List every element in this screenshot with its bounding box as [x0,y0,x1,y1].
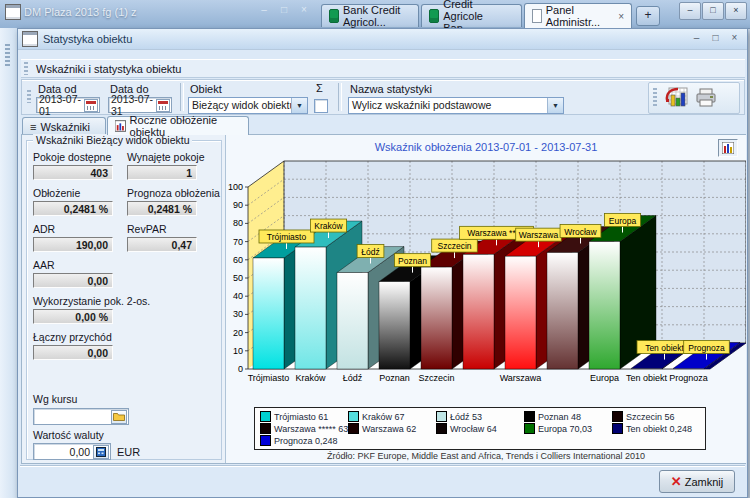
svg-text:Szczecin: Szczecin [437,241,471,251]
legend-swatch [612,423,623,434]
indicator-value: 0,47 [127,237,197,252]
legend-label: Warszawa ***** 63 [274,424,348,434]
back-window-controls: – □ × [258,4,310,15]
indicator-value: 190,00 [33,237,113,252]
dialog-title: Statystyka obiektu [43,33,132,45]
date-from-input[interactable]: 2013-07-01 [36,97,100,113]
indicator-value: 0,2481 % [127,201,197,216]
maximize-icon[interactable]: □ [709,32,722,43]
tab-wskazniki[interactable]: ≡ Wskaźniki [22,117,106,135]
minimize-icon[interactable]: – [679,2,701,20]
svg-text:60: 60 [233,255,243,265]
currency-value-input[interactable]: 0,00 [33,443,111,460]
svg-text:Ten obiekt: Ten obiekt [626,373,668,383]
close-icon[interactable]: × [725,2,747,20]
chart-button[interactable] [661,84,691,112]
svg-text:Trójmiasto: Trójmiasto [248,373,290,383]
indicator-field: Obłożenie0,2481 % [33,187,125,216]
legend-swatch [348,423,359,434]
legend-swatch [348,411,359,422]
calculator-icon [96,447,106,457]
maximize-icon[interactable]: □ [278,4,290,15]
print-button[interactable] [691,84,721,112]
occupancy-3d-bar-chart: 0102030405060708090100TrójmiastoKrakówŁó… [226,155,746,407]
calculator-button[interactable] [93,445,109,459]
minimize-icon[interactable]: – [258,4,270,15]
indicator-label: AAR [33,259,215,271]
svg-text:0: 0 [238,364,243,374]
browser-tab-3[interactable]: Panel Administr... × [524,3,632,28]
legend-swatch [260,411,271,422]
legend-label: Warszawa 62 [362,424,416,434]
legend-item: Trójmiasto 61 [260,411,348,422]
legend-swatch [524,411,535,422]
svg-text:50: 50 [233,273,243,283]
bar-chart-icon [115,120,126,132]
indicator-label: Prognoza obłożenia [127,187,215,199]
object-dropdown[interactable]: Bieżący widok obiektu ▼ [188,97,308,114]
folder-button[interactable] [111,410,127,424]
close-icon[interactable]: × [728,32,741,43]
statystyka-obiektu-dialog: Statystyka obiektu – □ × Wskaźniki i sta… [17,28,748,498]
separator [338,83,342,111]
indicator-label: RevPAR [127,223,215,235]
svg-text:Europa: Europa [609,216,637,226]
minimize-icon[interactable]: – [690,32,703,43]
calendar-icon[interactable] [156,99,170,112]
indicator-label: Wykorzystanie pok. 2-os. [33,295,215,307]
legend-item: Ten obiekt 0,248 [612,423,700,434]
tab-roczne-oblozenie[interactable]: Roczne obłożenie obiektu [107,116,249,135]
legend-item: Kraków 67 [348,411,436,422]
svg-text:80: 80 [233,218,243,228]
chart-title: Wskaźnik obłożenia 2013-07-01 - 2013-07-… [226,141,746,153]
statistic-dropdown[interactable]: Wylicz wskaźniki podstawowe ▼ [348,97,564,114]
calendar-icon[interactable] [84,99,98,112]
legend-item: Łódź 53 [436,411,524,422]
statistic-name-label: Nazwa statystyki [350,83,432,95]
date-to-input[interactable]: 2013-07-31 [108,97,172,113]
section-header-label: Wskaźniki i statystyka obiektu [36,63,182,75]
indicator-field: Wynajęte pokoje1 [127,151,215,180]
svg-text:Prognoza: Prognoza [669,373,708,383]
maximize-icon[interactable]: □ [702,2,724,20]
tab-label: Roczne obłożenie obiektu [130,114,241,138]
svg-text:100: 100 [228,182,243,192]
host-app-side-strip [0,28,18,498]
dialog-controls: – □ × [690,32,741,43]
credit-agricole-icon [329,9,339,23]
svg-text:Szczecin: Szczecin [418,373,454,383]
zamknij-label: Zamknij [685,476,724,488]
red-x-icon: ✕ [671,476,682,487]
svg-text:Poznan: Poznan [379,373,410,383]
new-tab-button[interactable]: + [636,6,660,26]
svg-text:40: 40 [233,291,243,301]
date-from-value: 2013-07-01 [37,93,84,117]
legend-label: Szczecin 56 [626,412,675,422]
svg-text:70: 70 [233,237,243,247]
credit-agricole-icon [429,9,439,23]
section-header: Wskaźniki i statystyka obiektu [21,59,745,78]
svg-text:30: 30 [233,309,243,319]
sigma-checkbox[interactable] [314,99,328,113]
dialog-titlebar: Statystyka obiektu – □ × [18,29,747,50]
tab-close-icon[interactable]: × [618,11,624,22]
legend-label: Kraków 67 [362,412,405,422]
separator [180,83,184,111]
chevron-down-icon: ▼ [291,98,307,113]
legend-swatch [260,435,271,446]
object-value: Bieżący widok obiektu [189,98,291,113]
browser-tab-2[interactable]: Credit Agricole Ban... [421,4,522,27]
currency-rate-input[interactable] [33,408,129,425]
svg-text:Trójmiasto: Trójmiasto [267,232,307,242]
top-window-bar: DM Plaza 2013 fg (1) z – □ × Bank Credit… [0,0,750,29]
legend-item: Szczecin 56 [612,411,700,422]
indicator-label: Łączny przychód [33,331,215,343]
browser-tab-1[interactable]: Bank Credit Agricol... [321,4,419,27]
window-controls: – □ × [678,2,747,20]
close-icon[interactable]: × [298,4,310,15]
zamknij-button[interactable]: ✕ Zamknij [659,470,735,493]
svg-text:Europa: Europa [590,373,619,383]
indicator-value: 403 [33,165,113,180]
indicator-label: Wynajęte pokoje [127,151,215,163]
tab-content: Wskaźniki Bieżący widok obiektu Pokoje d… [21,134,746,464]
